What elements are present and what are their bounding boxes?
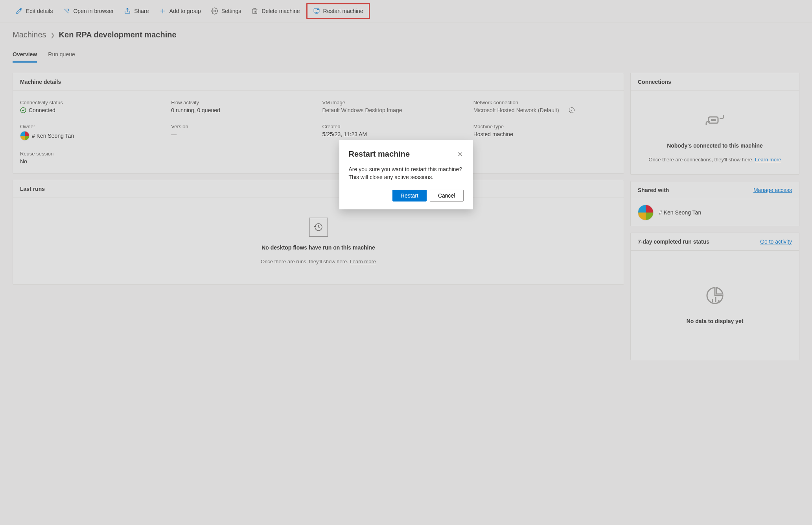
restart-confirm-button[interactable]: Restart <box>392 190 427 201</box>
close-icon[interactable] <box>457 151 464 158</box>
dialog-body: Are you sure you want to restart this ma… <box>349 166 464 181</box>
restart-dialog: Restart machine Are you sure you want to… <box>339 140 473 209</box>
cancel-button[interactable]: Cancel <box>430 190 464 201</box>
dialog-title: Restart machine <box>349 150 410 159</box>
